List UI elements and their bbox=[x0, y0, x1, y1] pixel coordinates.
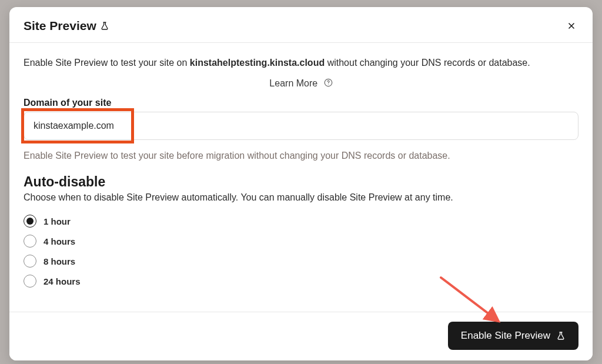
intro-prefix: Enable Site Preview to test your site on bbox=[24, 58, 190, 68]
radio-option-8-hours[interactable]: 8 hours bbox=[24, 255, 578, 268]
intro-text: Enable Site Preview to test your site on… bbox=[24, 56, 578, 70]
auto-disable-description: Choose when to disable Site Preview auto… bbox=[24, 192, 578, 203]
enable-button-label: Enable Site Preview bbox=[461, 330, 550, 342]
help-icon[interactable] bbox=[324, 78, 333, 89]
domain-input[interactable] bbox=[24, 112, 578, 140]
radio-indicator bbox=[24, 235, 36, 248]
modal-title: Site Preview bbox=[24, 19, 96, 33]
radio-indicator bbox=[24, 215, 36, 228]
site-preview-modal: Site Preview Enable Site Preview to test… bbox=[9, 7, 593, 360]
auto-disable-radio-group: 1 hour 4 hours 8 hours 24 hours bbox=[24, 215, 578, 288]
domain-field-label: Domain of your site bbox=[24, 98, 578, 108]
radio-label: 4 hours bbox=[44, 236, 75, 246]
radio-option-4-hours[interactable]: 4 hours bbox=[24, 235, 578, 248]
radio-indicator bbox=[24, 275, 36, 288]
radio-label: 1 hour bbox=[44, 216, 71, 226]
modal-title-wrap: Site Preview bbox=[24, 19, 109, 33]
hint-text: Enable Site Preview to test your site be… bbox=[24, 151, 578, 161]
flask-icon bbox=[556, 330, 566, 341]
learn-more-row: Learn More bbox=[24, 78, 578, 89]
radio-option-24-hours[interactable]: 24 hours bbox=[24, 275, 578, 288]
modal-header: Site Preview bbox=[9, 7, 593, 43]
domain-input-wrapper bbox=[24, 112, 578, 140]
radio-option-1-hour[interactable]: 1 hour bbox=[24, 215, 578, 228]
svg-point-1 bbox=[328, 84, 329, 85]
modal-footer: Enable Site Preview bbox=[9, 312, 593, 360]
radio-label: 24 hours bbox=[44, 276, 81, 286]
flask-icon bbox=[100, 21, 109, 31]
intro-domain: kinstahelptesting.kinsta.cloud bbox=[190, 58, 325, 68]
modal-body: Enable Site Preview to test your site on… bbox=[9, 43, 593, 312]
radio-indicator bbox=[24, 255, 36, 268]
intro-suffix: without changing your DNS records or dat… bbox=[325, 58, 530, 68]
close-button[interactable] bbox=[564, 19, 578, 33]
auto-disable-title: Auto-disable bbox=[24, 174, 578, 190]
radio-label: 8 hours bbox=[44, 256, 75, 266]
learn-more-link[interactable]: Learn More bbox=[269, 78, 317, 88]
enable-site-preview-button[interactable]: Enable Site Preview bbox=[448, 322, 578, 350]
